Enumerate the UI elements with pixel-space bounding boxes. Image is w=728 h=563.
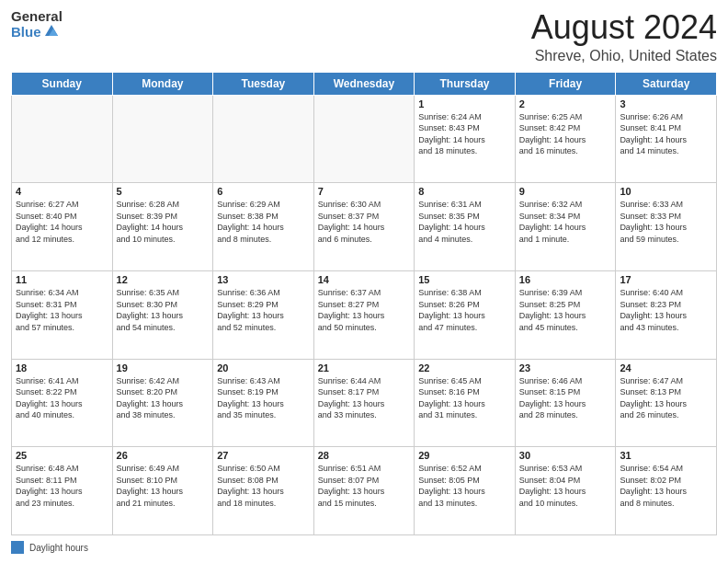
logo: General Blue (11, 9, 63, 40)
day-info: Sunrise: 6:54 AM Sunset: 8:02 PM Dayligh… (620, 463, 712, 509)
day-info: Sunrise: 6:45 AM Sunset: 8:16 PM Dayligh… (418, 375, 511, 421)
calendar-cell: 5Sunrise: 6:28 AM Sunset: 8:39 PM Daylig… (112, 183, 213, 271)
day-number: 25 (16, 450, 108, 461)
calendar-cell: 26Sunrise: 6:49 AM Sunset: 8:10 PM Dayli… (112, 447, 213, 535)
day-info: Sunrise: 6:47 AM Sunset: 8:13 PM Dayligh… (620, 375, 712, 421)
day-info: Sunrise: 6:37 AM Sunset: 8:27 PM Dayligh… (318, 287, 411, 333)
day-info: Sunrise: 6:51 AM Sunset: 8:07 PM Dayligh… (318, 463, 411, 509)
day-info: Sunrise: 6:29 AM Sunset: 8:38 PM Dayligh… (217, 199, 310, 245)
legend-color-box (11, 541, 24, 554)
weekday-header-monday: Monday (112, 72, 213, 95)
weekday-header-row: SundayMondayTuesdayWednesdayThursdayFrid… (12, 72, 717, 95)
calendar-cell: 27Sunrise: 6:50 AM Sunset: 8:08 PM Dayli… (213, 447, 314, 535)
day-info: Sunrise: 6:43 AM Sunset: 8:19 PM Dayligh… (217, 375, 310, 421)
legend-label: Daylight hours (29, 543, 88, 553)
day-number: 13 (217, 274, 310, 285)
calendar-cell: 31Sunrise: 6:54 AM Sunset: 8:02 PM Dayli… (616, 447, 717, 535)
calendar-cell: 22Sunrise: 6:45 AM Sunset: 8:16 PM Dayli… (415, 359, 516, 447)
calendar-cell: 16Sunrise: 6:39 AM Sunset: 8:25 PM Dayli… (515, 270, 616, 359)
title-block: August 2024 Shreve, Ohio, United States (531, 9, 717, 64)
page: General Blue August 2024 Shreve, Ohio, U… (0, 0, 728, 563)
day-number: 8 (418, 186, 511, 197)
calendar-cell: 19Sunrise: 6:42 AM Sunset: 8:20 PM Dayli… (112, 359, 213, 447)
calendar-cell: 7Sunrise: 6:30 AM Sunset: 8:37 PM Daylig… (313, 183, 415, 271)
day-info: Sunrise: 6:28 AM Sunset: 8:39 PM Dayligh… (117, 199, 210, 245)
day-number: 29 (418, 450, 511, 461)
calendar-cell: 24Sunrise: 6:47 AM Sunset: 8:13 PM Dayli… (616, 359, 717, 447)
day-number: 22 (418, 362, 511, 373)
calendar-cell: 29Sunrise: 6:52 AM Sunset: 8:05 PM Dayli… (415, 447, 516, 535)
calendar-cell: 8Sunrise: 6:31 AM Sunset: 8:35 PM Daylig… (415, 183, 516, 271)
day-info: Sunrise: 6:26 AM Sunset: 8:41 PM Dayligh… (620, 111, 712, 157)
calendar-week-row: 18Sunrise: 6:41 AM Sunset: 8:22 PM Dayli… (12, 359, 717, 447)
day-number: 4 (16, 186, 108, 197)
day-number: 11 (16, 274, 108, 285)
day-number: 20 (217, 362, 310, 373)
day-info: Sunrise: 6:44 AM Sunset: 8:17 PM Dayligh… (318, 375, 411, 421)
header: General Blue August 2024 Shreve, Ohio, U… (11, 9, 717, 64)
day-info: Sunrise: 6:38 AM Sunset: 8:26 PM Dayligh… (418, 287, 511, 333)
calendar-cell: 17Sunrise: 6:40 AM Sunset: 8:23 PM Dayli… (616, 270, 717, 359)
calendar-cell: 21Sunrise: 6:44 AM Sunset: 8:17 PM Dayli… (313, 359, 415, 447)
day-number: 6 (217, 186, 310, 197)
day-info: Sunrise: 6:48 AM Sunset: 8:11 PM Dayligh… (16, 463, 108, 509)
calendar-cell: 6Sunrise: 6:29 AM Sunset: 8:38 PM Daylig… (213, 183, 314, 271)
weekday-header-friday: Friday (515, 72, 616, 95)
day-number: 9 (519, 186, 612, 197)
weekday-header-wednesday: Wednesday (313, 72, 415, 95)
calendar-week-row: 25Sunrise: 6:48 AM Sunset: 8:11 PM Dayli… (12, 447, 717, 535)
logo-blue-text: Blue (11, 25, 41, 39)
day-number: 24 (620, 362, 712, 373)
day-info: Sunrise: 6:27 AM Sunset: 8:40 PM Dayligh… (16, 199, 108, 245)
calendar-week-row: 1Sunrise: 6:24 AM Sunset: 8:43 PM Daylig… (12, 95, 717, 183)
day-number: 15 (418, 274, 511, 285)
day-info: Sunrise: 6:40 AM Sunset: 8:23 PM Dayligh… (620, 287, 712, 333)
day-info: Sunrise: 6:30 AM Sunset: 8:37 PM Dayligh… (318, 199, 411, 245)
calendar-cell: 23Sunrise: 6:46 AM Sunset: 8:15 PM Dayli… (515, 359, 616, 447)
day-info: Sunrise: 6:31 AM Sunset: 8:35 PM Dayligh… (418, 199, 511, 245)
calendar-week-row: 11Sunrise: 6:34 AM Sunset: 8:31 PM Dayli… (12, 270, 717, 359)
calendar-cell: 1Sunrise: 6:24 AM Sunset: 8:43 PM Daylig… (415, 95, 516, 183)
logo-general-text: General (11, 9, 63, 23)
day-number: 2 (519, 98, 612, 109)
calendar-table: SundayMondayTuesdayWednesdayThursdayFrid… (11, 72, 717, 535)
day-number: 30 (519, 450, 612, 461)
day-number: 10 (620, 186, 712, 197)
day-info: Sunrise: 6:41 AM Sunset: 8:22 PM Dayligh… (16, 375, 108, 421)
day-info: Sunrise: 6:24 AM Sunset: 8:43 PM Dayligh… (418, 111, 511, 157)
calendar-cell (112, 95, 213, 183)
day-info: Sunrise: 6:36 AM Sunset: 8:29 PM Dayligh… (217, 287, 310, 333)
day-number: 1 (418, 98, 511, 109)
weekday-header-tuesday: Tuesday (213, 72, 314, 95)
day-number: 18 (16, 362, 108, 373)
day-info: Sunrise: 6:33 AM Sunset: 8:33 PM Dayligh… (620, 199, 712, 245)
day-number: 31 (620, 450, 712, 461)
day-info: Sunrise: 6:35 AM Sunset: 8:30 PM Dayligh… (117, 287, 210, 333)
day-info: Sunrise: 6:42 AM Sunset: 8:20 PM Dayligh… (117, 375, 210, 421)
day-info: Sunrise: 6:49 AM Sunset: 8:10 PM Dayligh… (117, 463, 210, 509)
location-title: Shreve, Ohio, United States (531, 48, 717, 64)
day-number: 26 (117, 450, 210, 461)
day-number: 19 (117, 362, 210, 373)
calendar-cell: 18Sunrise: 6:41 AM Sunset: 8:22 PM Dayli… (12, 359, 113, 447)
day-number: 3 (620, 98, 712, 109)
calendar-cell: 11Sunrise: 6:34 AM Sunset: 8:31 PM Dayli… (12, 270, 113, 359)
day-info: Sunrise: 6:25 AM Sunset: 8:42 PM Dayligh… (519, 111, 612, 157)
calendar-cell: 10Sunrise: 6:33 AM Sunset: 8:33 PM Dayli… (616, 183, 717, 271)
weekday-header-thursday: Thursday (415, 72, 516, 95)
calendar-cell (313, 95, 415, 183)
calendar-cell: 13Sunrise: 6:36 AM Sunset: 8:29 PM Dayli… (213, 270, 314, 359)
calendar-cell: 20Sunrise: 6:43 AM Sunset: 8:19 PM Dayli… (213, 359, 314, 447)
day-number: 23 (519, 362, 612, 373)
weekday-header-saturday: Saturday (616, 72, 717, 95)
day-number: 12 (117, 274, 210, 285)
calendar-cell: 14Sunrise: 6:37 AM Sunset: 8:27 PM Dayli… (313, 270, 415, 359)
day-info: Sunrise: 6:46 AM Sunset: 8:15 PM Dayligh… (519, 375, 612, 421)
calendar-cell: 28Sunrise: 6:51 AM Sunset: 8:07 PM Dayli… (313, 447, 415, 535)
day-info: Sunrise: 6:53 AM Sunset: 8:04 PM Dayligh… (519, 463, 612, 509)
day-info: Sunrise: 6:50 AM Sunset: 8:08 PM Dayligh… (217, 463, 310, 509)
day-number: 21 (318, 362, 411, 373)
day-number: 17 (620, 274, 712, 285)
calendar-cell: 30Sunrise: 6:53 AM Sunset: 8:04 PM Dayli… (515, 447, 616, 535)
day-info: Sunrise: 6:52 AM Sunset: 8:05 PM Dayligh… (418, 463, 511, 509)
